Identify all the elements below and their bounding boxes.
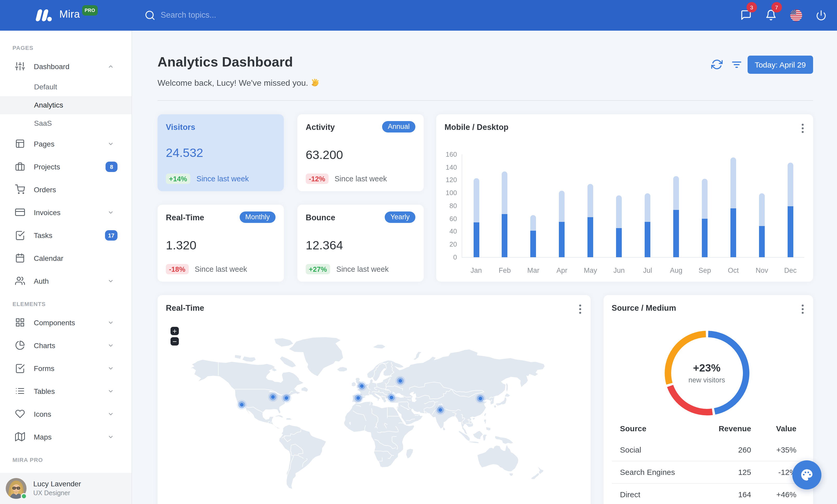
sidebar-subitem-saas[interactable]: SaaS [0, 114, 131, 132]
heart-icon [15, 409, 25, 419]
sidebar-item-orders[interactable]: Orders [0, 178, 131, 201]
map-marker-los-angeles[interactable] [238, 401, 245, 408]
sidebar-item-maps[interactable]: Maps [0, 425, 131, 448]
realtime-map-card: Real-Time + − [158, 295, 590, 504]
chevron-down-icon [108, 365, 114, 371]
bar-mobile[interactable] [730, 208, 736, 257]
sidebar-item-label: Forms [34, 364, 108, 372]
logout-button[interactable] [816, 10, 826, 21]
page-title: Analytics Dashboard [158, 54, 711, 70]
sidebar-item-components[interactable]: Components [0, 311, 131, 334]
sidebar-item-label: Charts [34, 341, 108, 350]
theme-customizer-button[interactable] [792, 460, 821, 489]
page: { "navbar": { "brand": "Mira", "brand_ba… [0, 0, 837, 504]
notifications-button[interactable]: 7 [765, 10, 777, 21]
chevron-down-icon [108, 209, 114, 216]
sidebar-section-title: PAGES [0, 31, 131, 55]
sidebar-item-auth[interactable]: Auth [0, 269, 131, 292]
cell-revenue: 164 [699, 483, 759, 504]
world-map[interactable] [166, 323, 582, 504]
list-icon [15, 386, 25, 396]
map-marker-moscow[interactable] [397, 378, 404, 385]
sidebar-item-icons[interactable]: Icons [0, 403, 131, 425]
y-axis-tick: 0 [436, 253, 457, 261]
x-axis-label: Mar [528, 266, 540, 274]
col-source: Source [612, 418, 699, 439]
bar-mobile[interactable] [473, 222, 479, 257]
language-flag-button[interactable] [790, 10, 802, 21]
donut-chart: +23% new visitors [655, 321, 759, 425]
user-name: Lucy Lavender [33, 480, 81, 488]
chevron-up-icon [108, 63, 114, 69]
bar-mobile[interactable] [759, 226, 765, 257]
map-marker-delhi[interactable] [437, 406, 444, 413]
map-marker-madrid[interactable] [355, 395, 361, 402]
filter-button[interactable] [731, 59, 742, 70]
bar-mobile[interactable] [588, 217, 593, 257]
donut-slice-search-engines[interactable] [670, 386, 712, 412]
chevron-down-icon [108, 434, 114, 440]
x-axis-label: Oct [728, 266, 739, 274]
map-zoom-in-button[interactable]: + [171, 326, 179, 335]
sidebar-item-tables[interactable]: Tables [0, 379, 131, 403]
search-input[interactable] [161, 11, 317, 20]
sidebar-subitem-analytics[interactable]: Analytics [0, 96, 131, 114]
map-marker-new-york[interactable] [283, 395, 290, 402]
col-revenue: Revenue [699, 418, 759, 439]
bar-mobile[interactable] [645, 222, 651, 257]
sidebar-item-projects[interactable]: Projects8 [0, 155, 131, 178]
sidebar-item-dashboard[interactable]: Dashboard [0, 55, 131, 78]
brand-name: Mira [59, 8, 80, 20]
sidebar-item-label: Icons [34, 410, 108, 418]
map-marker-chicago[interactable] [269, 393, 276, 400]
sidebar-item-calendar[interactable]: Calendar [0, 246, 131, 269]
today-button[interactable]: Today: April 29 [747, 55, 813, 74]
sidebar-item-pages[interactable]: Pages [0, 132, 131, 155]
stat-card-visitors: Visitors 24.532 +14% Since last week [158, 114, 284, 191]
chevron-down-icon [108, 319, 114, 325]
stat-period-badge[interactable]: Annual [382, 121, 415, 132]
sidebar-user-footer[interactable]: Lucy Lavender UX Designer [0, 472, 131, 504]
stat-delta-badge: -12% [306, 173, 328, 184]
navbar-search[interactable] [144, 10, 740, 21]
sidebar-item-forms[interactable]: Forms [0, 357, 131, 379]
bar-mobile[interactable] [559, 222, 565, 257]
map-marker-beijing[interactable] [477, 395, 484, 402]
bar-mobile[interactable] [788, 206, 793, 257]
map-marker-istanbul[interactable] [388, 394, 395, 401]
table-row: Search Engines125-12% [612, 461, 805, 483]
map-menu-button[interactable] [579, 304, 581, 314]
y-axis-tick: 100 [436, 189, 457, 197]
brand[interactable]: Mira PRO [0, 10, 132, 21]
sidebar-item-invoices[interactable]: Invoices [0, 201, 131, 224]
briefcase-icon [15, 162, 25, 171]
y-axis-tick: 20 [436, 240, 457, 248]
y-axis-tick: 80 [436, 202, 457, 210]
sidebar-item-tasks[interactable]: Tasks17 [0, 224, 131, 246]
map-marker-london[interactable] [358, 383, 365, 389]
refresh-icon [711, 59, 723, 70]
refresh-button[interactable] [711, 59, 723, 70]
bar-mobile[interactable] [702, 219, 708, 257]
online-status-dot [21, 493, 27, 499]
x-axis-label: Apr [556, 266, 567, 274]
y-axis-tick: 120 [436, 176, 457, 184]
sidebar-subitem-default[interactable]: Default [0, 78, 131, 96]
messages-button[interactable]: 3 [740, 10, 752, 21]
sidebar-section-title: ELEMENTS [0, 292, 131, 311]
stat-period-badge[interactable]: Yearly [385, 211, 415, 223]
stat-period-badge[interactable]: Monthly [239, 211, 275, 223]
bar-mobile[interactable] [616, 228, 622, 257]
donut-menu-button[interactable] [802, 304, 804, 314]
bar-mobile[interactable] [531, 231, 536, 257]
palette-icon [800, 468, 814, 482]
header-divider [158, 100, 813, 100]
bar-mobile[interactable] [502, 214, 507, 257]
map-zoom-out-button[interactable]: − [171, 337, 179, 345]
cell-source: Search Engines [612, 461, 699, 483]
sidebar-item-charts[interactable]: Charts [0, 334, 131, 357]
map-title: Real-Time [166, 303, 204, 312]
bar-mobile[interactable] [673, 210, 679, 257]
stat-note: Since last week [197, 174, 249, 183]
notifications-count-badge: 7 [771, 2, 782, 13]
